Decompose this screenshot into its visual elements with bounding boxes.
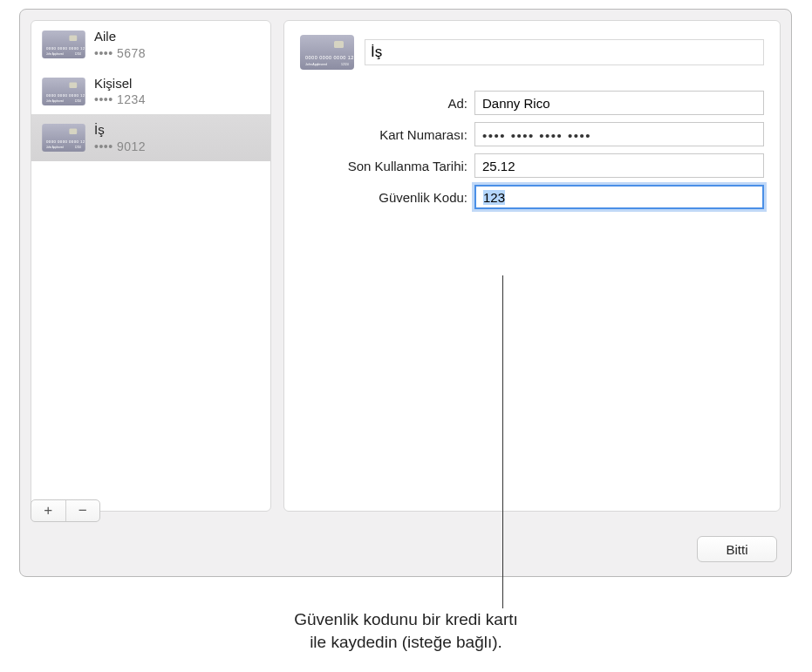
card-mini-icon: 0000 0000 0000 1234 John Appleseed 12/24 bbox=[42, 124, 85, 152]
svg-text:John Appleseed: John Appleseed bbox=[46, 52, 64, 56]
card-item-name: Kişisel bbox=[94, 75, 146, 92]
card-item-name: Aile bbox=[94, 28, 146, 45]
card-mini-icon: 0000 0000 0000 1234 John Appleseed 12/24 bbox=[42, 31, 85, 58]
remove-card-button[interactable]: − bbox=[66, 500, 100, 521]
input-security-code[interactable] bbox=[474, 185, 764, 209]
card-title-input[interactable] bbox=[365, 39, 764, 65]
card-item-masked-number: •••• 9012 bbox=[94, 139, 146, 154]
svg-text:12/24: 12/24 bbox=[341, 63, 349, 66]
card-large-icon: 0000 0000 0000 1234 John Appleseed 12/24 bbox=[300, 35, 354, 70]
input-card-number[interactable]: •••• •••• •••• •••• bbox=[474, 122, 764, 146]
svg-text:John Appleseed: John Appleseed bbox=[46, 99, 64, 103]
callout-text: Güvenlik kodunu bir kredi kartıile kayde… bbox=[0, 608, 812, 653]
svg-text:John Appleseed: John Appleseed bbox=[305, 63, 327, 66]
card-sidebar: 0000 0000 0000 1234 John Appleseed 12/24… bbox=[31, 20, 271, 512]
input-cardholder-name[interactable] bbox=[474, 91, 764, 115]
card-info: İş •••• 9012 bbox=[94, 121, 146, 154]
svg-text:John Appleseed: John Appleseed bbox=[46, 146, 64, 149]
label-name: Ad: bbox=[300, 96, 467, 111]
svg-text:12/24: 12/24 bbox=[75, 52, 81, 56]
svg-text:12/24: 12/24 bbox=[75, 99, 81, 103]
svg-rect-1 bbox=[69, 35, 77, 40]
content-area: 0000 0000 0000 1234 John Appleseed 12/24… bbox=[20, 10, 791, 522]
card-title-row: 0000 0000 0000 1234 John Appleseed 12/24 bbox=[300, 35, 764, 70]
sidebar-card-item[interactable]: 0000 0000 0000 1234 John Appleseed 12/24… bbox=[31, 114, 270, 161]
label-number: Kart Numarası: bbox=[300, 127, 467, 142]
svg-text:12/24: 12/24 bbox=[75, 146, 81, 149]
row-expiry: Son Kullanma Tarihi: bbox=[300, 153, 764, 178]
svg-text:0000 0000 0000 1234: 0000 0000 0000 1234 bbox=[46, 93, 85, 98]
card-item-masked-number: •••• 5678 bbox=[94, 45, 146, 61]
svg-rect-11 bbox=[69, 129, 77, 134]
card-list: 0000 0000 0000 1234 John Appleseed 12/24… bbox=[31, 21, 270, 511]
label-expiry: Son Kullanma Tarihi: bbox=[300, 159, 467, 173]
label-security: Güvenlik Kodu: bbox=[300, 190, 467, 205]
card-item-name: İş bbox=[94, 121, 146, 139]
card-info: Aile •••• 5678 bbox=[94, 28, 146, 61]
svg-text:0000 0000 0000 1234: 0000 0000 0000 1234 bbox=[46, 46, 85, 51]
input-expiry-date[interactable] bbox=[474, 153, 764, 178]
form-rows: Ad: Kart Numarası: •••• •••• •••• •••• S… bbox=[300, 91, 764, 209]
card-item-masked-number: •••• 1234 bbox=[94, 92, 146, 107]
svg-text:0000 0000 0000 1234: 0000 0000 0000 1234 bbox=[46, 140, 85, 145]
callout-leader-line bbox=[502, 275, 503, 608]
svg-rect-6 bbox=[69, 82, 77, 87]
sidebar-card-item[interactable]: 0000 0000 0000 1234 John Appleseed 12/24… bbox=[31, 68, 270, 115]
add-card-button[interactable]: + bbox=[31, 500, 65, 521]
svg-rect-16 bbox=[334, 41, 344, 48]
row-number: Kart Numarası: •••• •••• •••• •••• bbox=[300, 122, 764, 146]
done-button[interactable]: Bitti bbox=[697, 536, 777, 562]
row-security: Güvenlik Kodu: bbox=[300, 185, 764, 209]
sidebar-card-item[interactable]: 0000 0000 0000 1234 John Appleseed 12/24… bbox=[31, 21, 270, 68]
card-mini-icon: 0000 0000 0000 1234 John Appleseed 12/24 bbox=[42, 78, 85, 105]
card-info: Kişisel •••• 1234 bbox=[94, 75, 146, 108]
sidebar-footer-buttons: + − bbox=[31, 499, 100, 522]
row-name: Ad: bbox=[300, 91, 764, 115]
svg-text:0000 0000 0000 1234: 0000 0000 0000 1234 bbox=[305, 55, 354, 60]
credit-cards-window: 0000 0000 0000 1234 John Appleseed 12/24… bbox=[19, 9, 792, 577]
card-detail-panel: 0000 0000 0000 1234 John Appleseed 12/24… bbox=[283, 20, 781, 512]
